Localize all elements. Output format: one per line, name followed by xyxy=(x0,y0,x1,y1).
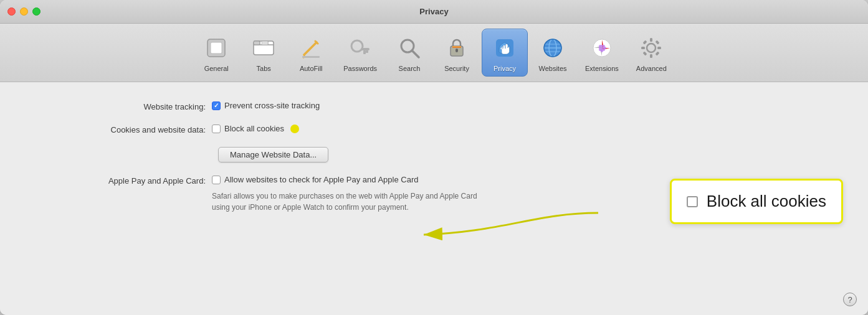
manage-button-row: Manage Website Data... xyxy=(37,147,831,162)
svg-rect-38 xyxy=(601,50,603,52)
svg-rect-16 xyxy=(366,50,368,53)
autofill-label: AutoFill xyxy=(300,65,323,72)
advanced-icon xyxy=(636,33,666,63)
callout-box: Block all cookies xyxy=(670,179,843,224)
block-cookies-text: Block all cookies xyxy=(224,124,284,133)
block-cookies-checkbox[interactable] xyxy=(212,125,221,133)
tab-privacy[interactable]: Privacy xyxy=(482,29,528,77)
apple-pay-checkbox-row: Allow websites to check for Apple Pay an… xyxy=(212,175,492,184)
svg-rect-47 xyxy=(656,51,660,55)
tab-passwords[interactable]: Passwords xyxy=(336,29,384,76)
passwords-label: Passwords xyxy=(343,65,377,72)
title-bar: Privacy xyxy=(0,0,868,24)
website-tracking-control: Prevent cross-site tracking xyxy=(212,101,320,110)
apple-pay-description: Safari allows you to make purchases on t… xyxy=(212,190,492,213)
content-area: Website tracking: Prevent cross-site tra… xyxy=(0,82,868,315)
cookies-label: Cookies and website data: xyxy=(37,124,212,134)
search-icon xyxy=(394,33,424,63)
minimize-button[interactable] xyxy=(20,7,28,16)
svg-rect-1 xyxy=(211,42,222,54)
svg-point-14 xyxy=(351,40,363,52)
svg-rect-23 xyxy=(452,46,461,47)
passwords-icon xyxy=(345,33,375,63)
close-button[interactable] xyxy=(7,7,16,16)
svg-rect-21 xyxy=(455,49,458,52)
window-title: Privacy xyxy=(419,7,448,16)
general-label: General xyxy=(204,65,229,72)
help-button[interactable]: ? xyxy=(843,293,857,306)
manage-website-data-button[interactable]: Manage Website Data... xyxy=(218,147,328,162)
svg-rect-40 xyxy=(650,38,652,42)
tab-security[interactable]: Security xyxy=(434,29,479,76)
svg-line-10 xyxy=(304,42,317,55)
tabs-icon xyxy=(249,33,279,63)
cookies-control: Block all cookies xyxy=(212,124,299,133)
svg-rect-42 xyxy=(641,47,645,49)
prevent-tracking-text: Prevent cross-site tracking xyxy=(224,101,320,110)
apple-pay-checkbox[interactable] xyxy=(212,176,221,184)
prevent-tracking-checkbox[interactable] xyxy=(212,101,221,110)
tabs-label: Tabs xyxy=(257,65,271,72)
svg-rect-43 xyxy=(657,47,661,49)
svg-rect-44 xyxy=(643,40,647,44)
tab-search[interactable]: Search xyxy=(387,29,432,76)
autofill-icon xyxy=(296,33,326,63)
callout-checkbox xyxy=(687,196,698,207)
general-icon xyxy=(201,33,231,63)
privacy-label: Privacy xyxy=(494,65,516,72)
callout-text: Block all cookies xyxy=(707,192,826,211)
svg-rect-6 xyxy=(254,41,260,45)
extensions-label: Extensions xyxy=(585,65,619,72)
svg-rect-46 xyxy=(643,51,647,55)
search-label: Search xyxy=(399,65,421,72)
website-tracking-row: Website tracking: Prevent cross-site tra… xyxy=(37,101,831,111)
security-label: Security xyxy=(444,65,469,72)
advanced-label: Advanced xyxy=(636,65,667,72)
svg-line-19 xyxy=(412,50,419,57)
traffic-lights xyxy=(7,7,41,16)
websites-label: Websites xyxy=(538,65,566,72)
website-tracking-label: Website tracking: xyxy=(37,101,212,111)
apple-pay-label: Apple Pay and Apple Card: xyxy=(37,175,212,186)
svg-point-39 xyxy=(647,44,656,52)
svg-rect-15 xyxy=(361,48,370,50)
apple-pay-text: Allow websites to check for Apple Pay an… xyxy=(224,175,418,184)
security-icon xyxy=(442,33,472,63)
callout-indicator xyxy=(290,125,299,133)
cookies-row: Cookies and website data: Block all cook… xyxy=(37,124,831,134)
svg-rect-17 xyxy=(363,50,366,54)
tab-autofill[interactable]: AutoFill xyxy=(289,29,333,76)
svg-rect-9 xyxy=(262,41,268,45)
svg-rect-13 xyxy=(302,56,320,58)
privacy-icon xyxy=(490,33,520,63)
toolbar: General Tabs xyxy=(0,24,868,82)
svg-rect-45 xyxy=(656,40,660,44)
tab-websites[interactable]: Websites xyxy=(530,29,575,76)
maximize-button[interactable] xyxy=(32,7,41,16)
tab-tabs[interactable]: Tabs xyxy=(241,29,286,76)
extensions-icon xyxy=(587,33,617,63)
safari-window: Privacy General xyxy=(0,0,868,315)
tab-extensions[interactable]: Extensions xyxy=(578,29,626,76)
svg-rect-37 xyxy=(604,47,606,49)
tab-general[interactable]: General xyxy=(194,29,239,76)
websites-icon xyxy=(538,33,568,63)
apple-pay-control: Allow websites to check for Apple Pay an… xyxy=(212,175,492,213)
tab-advanced[interactable]: Advanced xyxy=(629,29,674,76)
svg-rect-41 xyxy=(650,54,652,58)
